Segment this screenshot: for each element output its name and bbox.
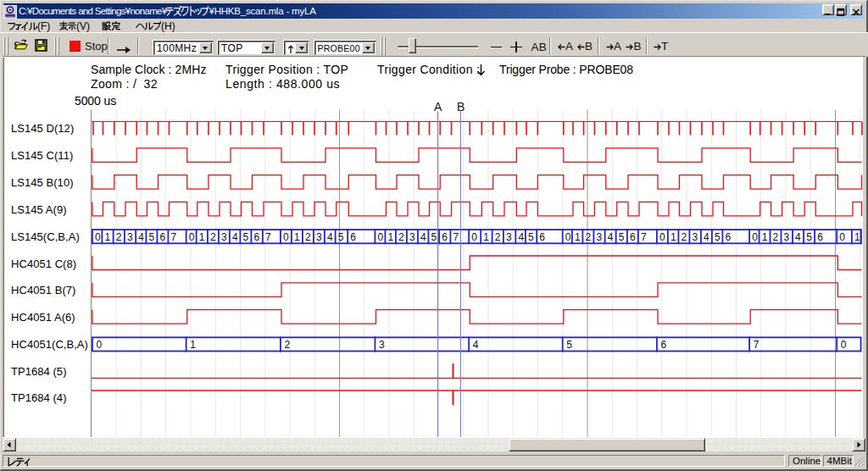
svg-text:0: 0 bbox=[378, 231, 384, 243]
svg-text:6: 6 bbox=[539, 231, 545, 243]
svg-text:A: A bbox=[434, 100, 442, 114]
svg-text:3: 3 bbox=[409, 231, 415, 243]
svg-text:4: 4 bbox=[795, 231, 801, 243]
svg-text:5: 5 bbox=[806, 231, 812, 243]
svg-text:2: 2 bbox=[285, 339, 291, 351]
svg-text:6: 6 bbox=[350, 231, 356, 243]
svg-text:0: 0 bbox=[189, 231, 195, 243]
svg-text:2: 2 bbox=[210, 231, 216, 243]
svg-text:7: 7 bbox=[265, 231, 271, 243]
svg-text:5: 5 bbox=[431, 231, 437, 243]
svg-text:0: 0 bbox=[841, 339, 847, 351]
svg-text:7: 7 bbox=[453, 231, 459, 243]
svg-text:B: B bbox=[457, 100, 465, 114]
svg-text:1: 1 bbox=[483, 231, 489, 243]
svg-text:6: 6 bbox=[726, 231, 732, 243]
svg-text:4: 4 bbox=[327, 231, 333, 243]
svg-text:3: 3 bbox=[127, 231, 133, 243]
svg-text:0: 0 bbox=[752, 231, 758, 243]
svg-text:3: 3 bbox=[379, 339, 385, 351]
svg-text:0: 0 bbox=[659, 231, 665, 243]
svg-text:2: 2 bbox=[495, 231, 501, 243]
svg-text:4: 4 bbox=[232, 231, 238, 243]
svg-text:0: 0 bbox=[471, 231, 477, 243]
svg-text:0: 0 bbox=[839, 231, 845, 243]
svg-text:4: 4 bbox=[420, 231, 426, 243]
svg-text:3: 3 bbox=[316, 231, 322, 243]
svg-text:2: 2 bbox=[773, 231, 779, 243]
svg-text:3: 3 bbox=[506, 231, 512, 243]
svg-text:2: 2 bbox=[116, 231, 122, 243]
svg-text:5: 5 bbox=[619, 231, 625, 243]
svg-text:1: 1 bbox=[575, 231, 581, 243]
svg-text:1: 1 bbox=[762, 231, 768, 243]
svg-text:1: 1 bbox=[105, 231, 111, 243]
svg-text:5: 5 bbox=[528, 231, 534, 243]
svg-text:7: 7 bbox=[171, 231, 177, 243]
svg-text:4: 4 bbox=[473, 339, 479, 351]
svg-text:5: 5 bbox=[566, 339, 572, 351]
svg-text:7: 7 bbox=[754, 339, 760, 351]
svg-text:0: 0 bbox=[97, 339, 103, 351]
svg-text:3: 3 bbox=[784, 231, 790, 243]
svg-text:5: 5 bbox=[338, 231, 344, 243]
svg-text:5: 5 bbox=[149, 231, 155, 243]
svg-text:4: 4 bbox=[608, 231, 614, 243]
svg-text:1: 1 bbox=[199, 231, 205, 243]
svg-text:1: 1 bbox=[190, 339, 196, 351]
svg-text:1: 1 bbox=[388, 231, 394, 243]
svg-text:5: 5 bbox=[715, 231, 721, 243]
svg-text:2: 2 bbox=[586, 231, 592, 243]
svg-text:6: 6 bbox=[661, 339, 667, 351]
svg-text:6: 6 bbox=[254, 231, 260, 243]
svg-text:6: 6 bbox=[630, 231, 636, 243]
svg-text:5: 5 bbox=[243, 231, 249, 243]
svg-text:1: 1 bbox=[670, 231, 676, 243]
svg-text:1: 1 bbox=[854, 231, 860, 243]
svg-text:4: 4 bbox=[138, 231, 144, 243]
svg-text:0: 0 bbox=[283, 231, 289, 243]
svg-text:3: 3 bbox=[693, 231, 698, 243]
svg-text:4: 4 bbox=[704, 231, 709, 243]
svg-text:6: 6 bbox=[160, 231, 166, 243]
svg-text:7: 7 bbox=[641, 231, 647, 243]
svg-text:4: 4 bbox=[518, 231, 524, 243]
svg-text:2: 2 bbox=[305, 231, 311, 243]
svg-text:1: 1 bbox=[294, 231, 300, 243]
svg-text:3: 3 bbox=[221, 231, 227, 243]
svg-text:6: 6 bbox=[817, 231, 823, 243]
svg-text:2: 2 bbox=[682, 231, 687, 243]
svg-text:0: 0 bbox=[95, 231, 101, 243]
svg-text:0: 0 bbox=[565, 231, 571, 243]
svg-text:2: 2 bbox=[398, 231, 404, 243]
svg-text:6: 6 bbox=[442, 231, 448, 243]
svg-text:3: 3 bbox=[597, 231, 603, 243]
